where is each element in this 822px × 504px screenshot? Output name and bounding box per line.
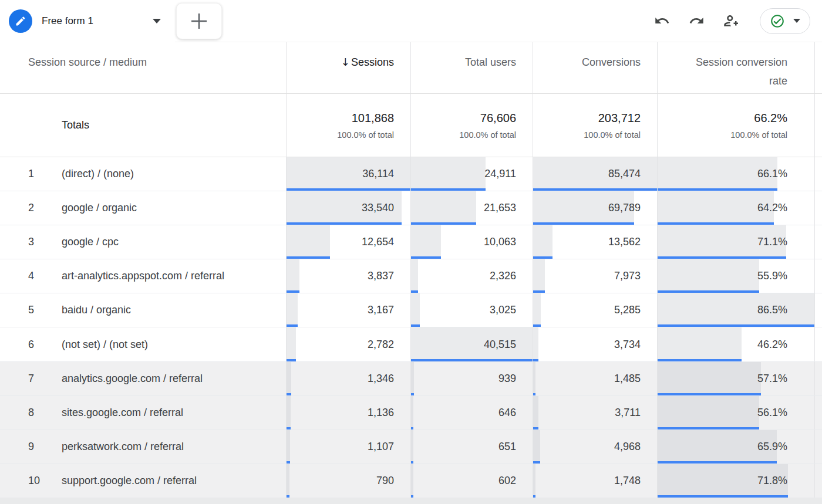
tab-free-form-1[interactable]: Free form 1 xyxy=(0,0,175,42)
totals-percent: 100.0% of total xyxy=(459,130,516,140)
sessions-value: 790 xyxy=(376,475,394,487)
column-header-total-users[interactable]: Total users xyxy=(411,42,533,93)
conversions-bar xyxy=(533,430,540,464)
session-conversion-rate-value: 71.8% xyxy=(757,475,787,487)
table-row[interactable]: 3 google / cpc 12,654 10,063 13,562 71.1… xyxy=(0,225,822,259)
conversions-value: 3,711 xyxy=(615,407,641,419)
right-gutter xyxy=(815,191,822,225)
row-rank: 5 xyxy=(28,304,62,316)
conversions-value: 85,474 xyxy=(608,168,641,180)
share-with-people-button[interactable] xyxy=(723,12,741,30)
row-rank: 4 xyxy=(28,270,62,282)
conversions-cell: 7,973 xyxy=(533,259,658,293)
row-rank: 7 xyxy=(28,373,62,385)
session-conversion-rate-cell: 46.2% xyxy=(658,327,815,361)
total-users-bar xyxy=(411,362,414,395)
right-gutter xyxy=(815,362,822,395)
sessions-bar xyxy=(287,293,298,327)
column-header-label: Conversions xyxy=(582,53,641,72)
column-header-label: Total users xyxy=(465,53,516,72)
column-header-label: Session source / medium xyxy=(28,53,147,72)
column-header-session-source-medium[interactable]: Session source / medium xyxy=(0,42,287,93)
column-header-sessions[interactable]: ↓ Sessions xyxy=(287,42,411,93)
table-row[interactable]: 4 art-analytics.appspot.com / referral 3… xyxy=(0,259,822,293)
saved-status-button[interactable] xyxy=(760,8,810,34)
undo-button[interactable] xyxy=(654,13,670,29)
total-users-cell: 651 xyxy=(411,430,533,464)
sessions-value: 33,540 xyxy=(362,202,394,214)
row-dimension: analytics.google.com / referral xyxy=(62,373,203,385)
column-header-label: Sessions xyxy=(351,53,394,72)
sessions-cell: 33,540 xyxy=(287,191,411,225)
column-header-conversions[interactable]: Conversions xyxy=(533,42,658,93)
right-gutter xyxy=(815,293,822,327)
right-gutter xyxy=(815,225,822,259)
add-tab-button[interactable] xyxy=(176,3,222,39)
sessions-bar xyxy=(287,396,291,429)
row-rank: 3 xyxy=(28,236,62,248)
totals-value: 66.2% xyxy=(754,111,787,125)
row-dimension: google / organic xyxy=(62,202,137,214)
table-row[interactable]: 9 perksatwork.com / referral 1,107 651 4… xyxy=(0,430,822,464)
table-row[interactable]: 7 analytics.google.com / referral 1,346 … xyxy=(0,362,822,396)
session-conversion-rate-value: 46.2% xyxy=(757,339,787,351)
conversions-value: 3,734 xyxy=(614,339,641,351)
sessions-bar xyxy=(287,362,291,395)
session-conversion-rate-bar xyxy=(658,191,774,225)
total-users-cell: 646 xyxy=(411,396,533,429)
session-conversion-rate-bar xyxy=(658,362,761,395)
sessions-value: 12,654 xyxy=(362,236,394,248)
conversions-value: 5,285 xyxy=(614,304,641,316)
horizontal-scrollbar-track[interactable] xyxy=(0,498,822,504)
table-row[interactable]: 2 google / organic 33,540 21,653 69,789 … xyxy=(0,191,822,225)
chevron-down-icon xyxy=(793,19,800,23)
total-users-cell: 602 xyxy=(411,464,533,498)
table-row[interactable]: 6 (not set) / (not set) 2,782 40,515 3,7… xyxy=(0,327,822,361)
totals-sessions-cell: 101,868 100.0% of total xyxy=(287,94,411,157)
total-users-cell: 2,326 xyxy=(411,259,533,293)
session-conversion-rate-bar xyxy=(658,293,814,327)
tab-bar: Free form 1 xyxy=(0,0,822,42)
totals-value: 101,868 xyxy=(352,111,394,125)
conversions-bar xyxy=(533,225,553,259)
row-dimension: baidu / organic xyxy=(62,304,131,316)
total-users-cell: 10,063 xyxy=(411,225,533,259)
conversions-value: 13,562 xyxy=(608,236,641,248)
table-row[interactable]: 5 baidu / organic 3,167 3,025 5,285 86.5… xyxy=(0,293,822,327)
chevron-down-icon[interactable] xyxy=(153,19,161,23)
conversions-bar xyxy=(533,259,545,293)
total-users-value: 24,911 xyxy=(484,168,516,180)
total-users-cell: 24,911 xyxy=(411,157,533,191)
table-row[interactable]: 10 support.google.com / referral 790 602… xyxy=(0,464,822,498)
conversions-cell: 1,748 xyxy=(533,464,658,498)
right-gutter xyxy=(815,259,822,293)
tab-title: Free form 1 xyxy=(42,15,93,27)
right-gutter xyxy=(815,396,822,429)
session-conversion-rate-cell: 71.1% xyxy=(658,225,815,259)
table-header-row: Session source / medium ↓ Sessions Total… xyxy=(0,42,822,94)
total-users-cell: 21,653 xyxy=(411,191,533,225)
session-conversion-rate-value: 86.5% xyxy=(757,304,787,316)
dimension-cell: 1 (direct) / (none) xyxy=(0,157,287,191)
check-circle-icon xyxy=(770,13,785,29)
conversions-bar xyxy=(533,396,538,429)
totals-value: 76,606 xyxy=(480,111,516,125)
row-rank: 9 xyxy=(28,441,62,453)
table-row[interactable]: 8 sites.google.com / referral 1,136 646 … xyxy=(0,396,822,430)
session-conversion-rate-value: 64.2% xyxy=(757,202,787,214)
table-row[interactable]: 1 (direct) / (none) 36,114 24,911 85,474… xyxy=(0,157,822,191)
sessions-cell: 12,654 xyxy=(287,225,411,259)
sessions-value: 3,837 xyxy=(368,270,394,282)
row-rank: 2 xyxy=(28,202,62,214)
redo-button[interactable] xyxy=(689,13,705,29)
total-users-value: 10,063 xyxy=(484,236,516,248)
row-dimension: support.google.com / referral xyxy=(62,475,197,487)
row-dimension: (direct) / (none) xyxy=(62,168,134,180)
sessions-value: 2,782 xyxy=(368,339,394,351)
table-body: 1 (direct) / (none) 36,114 24,911 85,474… xyxy=(0,157,822,498)
dimension-cell: 6 (not set) / (not set) xyxy=(0,327,287,361)
total-users-value: 40,515 xyxy=(484,339,516,351)
total-users-value: 646 xyxy=(498,407,516,419)
column-header-session-conversion-rate[interactable]: Session conversion rate xyxy=(658,42,815,93)
conversions-value: 1,748 xyxy=(614,475,641,487)
